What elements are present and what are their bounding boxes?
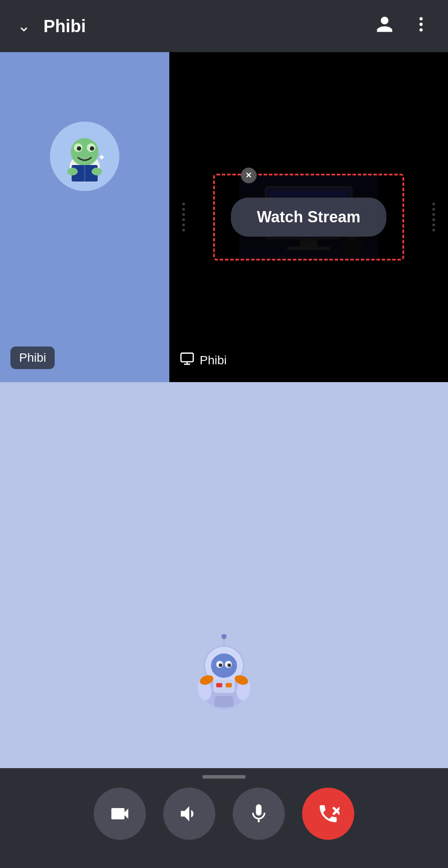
svg-point-1 bbox=[419, 23, 422, 26]
svg-rect-38 bbox=[214, 696, 234, 707]
svg-point-35 bbox=[221, 634, 227, 639]
speaker-button[interactable] bbox=[163, 788, 215, 840]
watch-stream-overlay: ✕ Watch Stream bbox=[231, 198, 387, 237]
person-icon[interactable] bbox=[375, 15, 394, 38]
monitor-icon bbox=[180, 351, 194, 369]
chevron-down-icon[interactable]: ⌄ bbox=[17, 17, 30, 35]
video-grid: ✦ Phibi bbox=[0, 52, 448, 382]
drag-handle bbox=[202, 775, 246, 779]
microphone-button[interactable] bbox=[233, 788, 285, 840]
frog-avatar-svg: ✦ bbox=[52, 124, 117, 189]
screen-share-panel: ✕ Watch Stream Phibi bbox=[169, 52, 448, 382]
microphone-icon bbox=[247, 802, 270, 825]
call-title: Phibi bbox=[43, 17, 375, 36]
svg-rect-23 bbox=[181, 353, 193, 362]
header-actions bbox=[375, 15, 431, 38]
svg-rect-32 bbox=[216, 683, 222, 687]
svg-text:✦: ✦ bbox=[98, 152, 105, 163]
local-user-name-badge: Phibi bbox=[10, 347, 55, 369]
more-vertical-icon[interactable] bbox=[412, 15, 431, 38]
svg-point-30 bbox=[227, 663, 231, 667]
svg-point-5 bbox=[71, 138, 99, 166]
svg-point-12 bbox=[67, 168, 78, 175]
robot-avatar bbox=[189, 633, 259, 721]
watch-stream-button[interactable]: Watch Stream bbox=[231, 198, 387, 237]
speaker-icon bbox=[178, 802, 201, 825]
camera-icon bbox=[109, 802, 131, 825]
svg-rect-33 bbox=[226, 683, 232, 687]
dots-left bbox=[182, 203, 185, 231]
svg-point-26 bbox=[211, 653, 237, 678]
self-video-panel bbox=[0, 382, 448, 816]
local-video-panel: ✦ Phibi bbox=[0, 52, 169, 382]
end-call-button[interactable] bbox=[302, 788, 354, 840]
svg-point-9 bbox=[90, 146, 94, 151]
control-bar bbox=[0, 768, 448, 868]
svg-point-13 bbox=[92, 168, 102, 175]
close-stream-button[interactable]: ✕ bbox=[241, 168, 257, 183]
header: ⌄ Phibi bbox=[0, 0, 448, 52]
dots-right bbox=[432, 203, 435, 231]
avatar-circle: ✦ bbox=[50, 122, 119, 191]
screen-share-user-label: Phibi bbox=[180, 351, 227, 369]
avatar: ✦ bbox=[50, 122, 119, 191]
svg-point-0 bbox=[419, 17, 422, 20]
svg-point-29 bbox=[219, 663, 222, 667]
svg-point-2 bbox=[419, 28, 422, 31]
camera-button[interactable] bbox=[94, 788, 146, 840]
svg-point-8 bbox=[77, 146, 81, 151]
robot-character-svg bbox=[189, 633, 259, 711]
end-call-icon bbox=[317, 802, 339, 825]
screen-share-content: ✕ Watch Stream bbox=[169, 52, 448, 382]
